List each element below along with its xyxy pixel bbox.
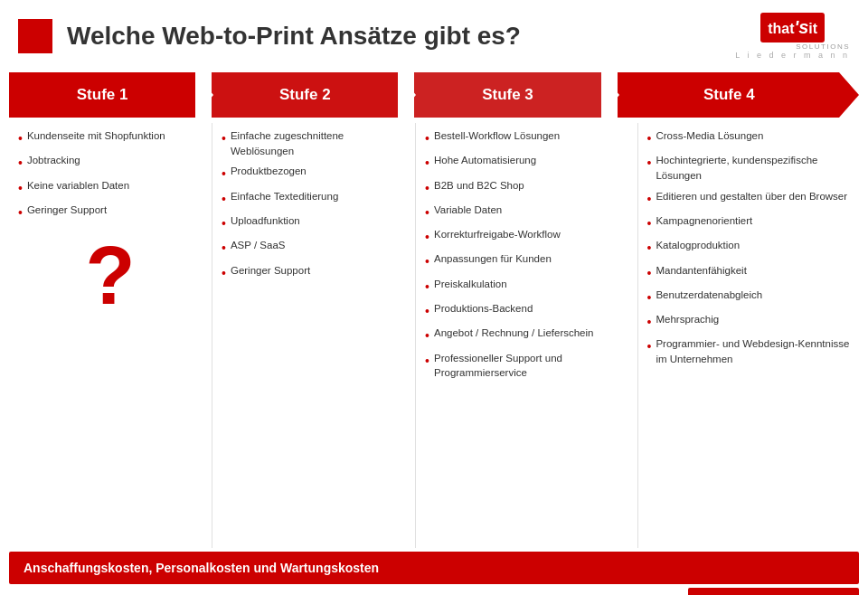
list-item: •Kundenseite mit Shopfunktion bbox=[18, 128, 203, 147]
main-content: •Kundenseite mit Shopfunktion•Jobtrackin… bbox=[9, 123, 859, 548]
banner-label-3: Stufe 3 bbox=[482, 86, 533, 104]
bullet-text: Cross-Media Lösungen bbox=[656, 128, 763, 144]
bullet-icon: • bbox=[425, 179, 429, 197]
footer: www.thatsit-solutions.de bbox=[0, 588, 868, 595]
bullet-text: Einfache Texteditierung bbox=[231, 189, 338, 204]
question-mark-icon: ? bbox=[86, 240, 136, 313]
banner-label-1: Stufe 1 bbox=[77, 86, 128, 104]
bullet-icon: • bbox=[222, 264, 226, 282]
list-item: •Hohe Automatisierung bbox=[425, 153, 627, 172]
list-item: •Bestell-Workflow Lösungen bbox=[425, 128, 627, 147]
bullet-text: Hochintegrierte, kundenspezifische Lösun… bbox=[656, 153, 850, 183]
bullet-icon: • bbox=[647, 214, 652, 232]
col2-bullet-list: •Einfache zugeschnittene Weblösungen•Pro… bbox=[222, 128, 406, 282]
bullet-text: Professioneller Support und Programmiers… bbox=[434, 351, 628, 381]
list-item: •Katalogproduktion bbox=[647, 238, 850, 257]
bullet-icon: • bbox=[647, 313, 652, 331]
list-item: •Produktbezogen bbox=[222, 164, 406, 183]
bullet-text: Anpassungen für Kunden bbox=[434, 251, 552, 267]
banner-segment-2: Stufe 2 bbox=[212, 72, 398, 118]
list-item: •Variable Daten bbox=[425, 203, 627, 222]
bullet-icon: • bbox=[18, 154, 23, 172]
logo: that 's it SOLUTIONS L i e d e r m a n n bbox=[735, 13, 850, 60]
list-item: •Mehrsprachig bbox=[647, 312, 850, 331]
bullet-icon: • bbox=[18, 203, 23, 222]
bullet-text: ASP / SaaS bbox=[231, 238, 286, 253]
list-item: •Einfache zugeschnittene Weblösungen bbox=[222, 128, 406, 158]
list-item: •Geringer Support bbox=[18, 203, 203, 222]
banner-label-4: Stufe 4 bbox=[703, 86, 755, 104]
bottom-bar-text: Anschaffungskosten, Personalkosten und W… bbox=[24, 561, 379, 575]
list-item: •Korrekturfreigabe-Workflow bbox=[425, 227, 627, 246]
list-item: •Einfache Texteditierung bbox=[222, 189, 406, 208]
bullet-text: Bestell-Workflow Lösungen bbox=[434, 128, 560, 144]
list-item: •Keine variablen Daten bbox=[18, 178, 203, 197]
banner-segment-1: Stufe 1 bbox=[9, 72, 195, 118]
list-item: •Editieren und gestalten über den Browse… bbox=[647, 189, 850, 208]
red-square-icon bbox=[18, 19, 52, 53]
bullet-icon: • bbox=[18, 129, 23, 147]
website-badge: www.thatsit-solutions.de bbox=[688, 588, 859, 595]
list-item: •Preiskalkulation bbox=[425, 277, 627, 296]
column-2: •Einfache zugeschnittene Weblösungen•Pro… bbox=[212, 123, 416, 548]
list-item: •Kampagnenorientiert bbox=[647, 213, 850, 232]
banner-segment-4: Stufe 4 bbox=[618, 72, 859, 118]
page-title: Welche Web-to-Print Ansätze gibt es? bbox=[67, 22, 735, 51]
bullet-icon: • bbox=[425, 352, 429, 370]
list-item: •Cross-Media Lösungen bbox=[647, 128, 850, 147]
list-item: •B2B und B2C Shop bbox=[425, 178, 627, 197]
list-item: •Produktions-Backend bbox=[425, 301, 627, 320]
bullet-text: Jobtracking bbox=[27, 153, 80, 168]
logo-box: that 's it bbox=[760, 13, 825, 42]
list-item: •Programmier- und Webdesign-Kenntnisse i… bbox=[647, 336, 850, 366]
bullet-text: Editieren und gestalten über den Browser bbox=[656, 189, 847, 204]
list-item: •Jobtracking bbox=[18, 153, 203, 172]
bullet-text: Uploadfunktion bbox=[231, 213, 300, 229]
banner-segment-3: Stufe 3 bbox=[414, 72, 600, 118]
bullet-text: Geringer Support bbox=[27, 203, 107, 218]
list-item: •Professioneller Support und Programmier… bbox=[425, 351, 627, 381]
question-mark-figure: ? bbox=[18, 240, 203, 313]
bullet-text: Variable Daten bbox=[434, 203, 502, 218]
header: Welche Web-to-Print Ansätze gibt es? tha… bbox=[0, 0, 868, 69]
bullet-icon: • bbox=[647, 154, 652, 172]
column-1: •Kundenseite mit Shopfunktion•Jobtrackin… bbox=[9, 123, 212, 548]
bullet-icon: • bbox=[222, 190, 226, 208]
bullet-text: Angebot / Rechnung / Lieferschein bbox=[434, 326, 593, 341]
col1-bullet-list: •Kundenseite mit Shopfunktion•Jobtrackin… bbox=[18, 128, 203, 222]
list-item: •ASP / SaaS bbox=[222, 238, 406, 257]
bullet-icon: • bbox=[647, 288, 652, 307]
logo-that-text: that bbox=[768, 21, 794, 37]
col4-bullet-list: •Cross-Media Lösungen•Hochintegrierte, k… bbox=[647, 128, 850, 367]
bullet-icon: • bbox=[647, 337, 652, 355]
bullet-icon: • bbox=[647, 190, 652, 208]
bottom-bar: Anschaffungskosten, Personalkosten und W… bbox=[9, 552, 859, 584]
bullet-icon: • bbox=[425, 278, 429, 296]
bullet-icon: • bbox=[222, 214, 226, 232]
bullet-text: Mehrsprachig bbox=[656, 312, 719, 327]
bullet-text: Programmier- und Webdesign-Kenntnisse im… bbox=[656, 336, 850, 366]
column-3: •Bestell-Workflow Lösungen•Hohe Automati… bbox=[416, 123, 637, 548]
bullet-text: Hohe Automatisierung bbox=[434, 153, 536, 168]
bullet-icon: • bbox=[222, 165, 226, 183]
logo-solutions-text: SOLUTIONS bbox=[735, 42, 850, 51]
banner-label-2: Stufe 2 bbox=[279, 86, 331, 104]
bullet-icon: • bbox=[425, 302, 429, 320]
bullet-icon: • bbox=[222, 239, 226, 257]
bullet-text: Keine variablen Daten bbox=[27, 178, 129, 194]
bullet-text: Einfache zugeschnittene Weblösungen bbox=[231, 128, 406, 158]
bullet-icon: • bbox=[425, 203, 429, 222]
bullet-icon: • bbox=[425, 326, 429, 345]
page: Welche Web-to-Print Ansätze gibt es? tha… bbox=[0, 0, 868, 595]
bullet-text: Produktbezogen bbox=[231, 164, 307, 179]
logo-liedermann-text: L i e d e r m a n n bbox=[735, 51, 850, 60]
bullet-icon: • bbox=[425, 154, 429, 172]
bullet-text: Produktions-Backend bbox=[434, 301, 533, 316]
arrow-banner: Stufe 1 Stufe 2 Stufe 3 Stufe 4 bbox=[9, 72, 859, 118]
bullet-icon: • bbox=[18, 179, 23, 197]
bullet-text: Kundenseite mit Shopfunktion bbox=[27, 128, 165, 144]
bullet-icon: • bbox=[647, 129, 652, 147]
col3-bullet-list: •Bestell-Workflow Lösungen•Hohe Automati… bbox=[425, 128, 627, 381]
list-item: •Geringer Support bbox=[222, 263, 406, 282]
bullet-icon: • bbox=[425, 228, 429, 246]
